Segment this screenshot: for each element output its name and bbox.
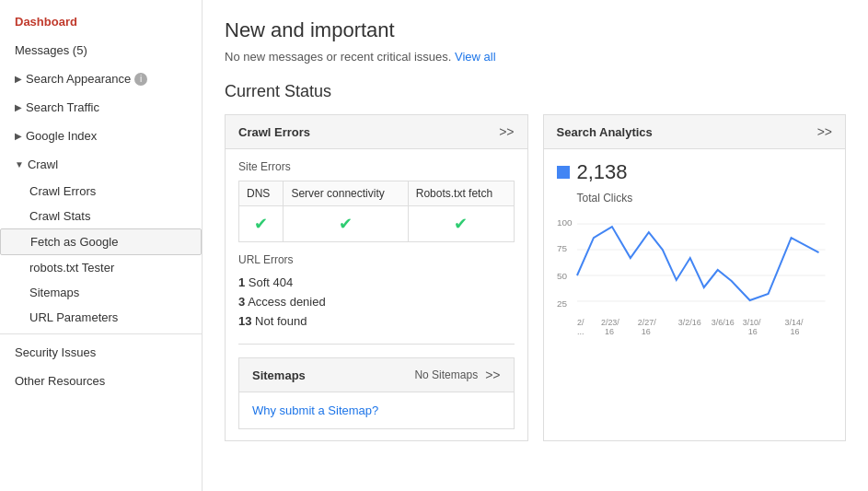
google-index-arrow: ▶ <box>15 131 22 141</box>
sidebar-item-url-parameters[interactable]: URL Parameters <box>0 305 202 330</box>
x-label-6: 3/10/ <box>742 318 760 327</box>
x-label-4: 3/2/16 <box>677 318 700 327</box>
cards-row: Crawl Errors >> Site Errors DNS Server c… <box>225 114 846 441</box>
blue-square-icon <box>557 166 570 179</box>
no-sitemaps-label: No Sitemaps <box>414 368 478 381</box>
sidebar-item-crawl[interactable]: ▼ Crawl <box>0 150 202 179</box>
dns-check-icon: ✔ <box>254 215 268 233</box>
current-status-title: Current Status <box>225 82 846 101</box>
notice-text: No new messages or recent critical issue… <box>225 50 451 64</box>
analytics-stat: 2,138 <box>557 160 833 184</box>
url-errors-label: URL Errors <box>238 253 515 266</box>
search-traffic-arrow: ▶ <box>15 102 22 112</box>
col-server: Server connectivity <box>284 181 408 206</box>
sitemaps-chevron: >> <box>485 368 500 382</box>
server-check-icon: ✔ <box>339 215 353 233</box>
analytics-chart: 100 75 50 25 <box>557 210 833 357</box>
crawl-errors-card: Crawl Errors >> Site Errors DNS Server c… <box>225 114 528 441</box>
robots-tester-label: robots.txt Tester <box>29 261 114 275</box>
main-content: New and important No new messages or rec… <box>203 0 868 491</box>
url-errors-list: 1 Soft 404 3 Access denied 13 Not found <box>238 274 515 331</box>
x-label-2: 2/23/ <box>600 318 619 327</box>
sidebar-item-search-appearance[interactable]: ▶ Search Appearance i <box>0 64 202 93</box>
sidebar-item-fetch-as-google[interactable]: ↪ Fetch as Google <box>0 228 202 255</box>
sidebar-item-security-issues[interactable]: Security Issues <box>0 338 202 367</box>
crawl-errors-card-title: Crawl Errors <box>238 125 310 139</box>
analytics-chevron: >> <box>817 124 832 139</box>
page-title: New and important <box>225 18 846 42</box>
view-all-link[interactable]: View all <box>455 50 496 64</box>
security-issues-label: Security Issues <box>15 345 96 359</box>
x-label-2b: 16 <box>604 327 613 336</box>
sitemaps-card-body: Why submit a Sitemap? <box>239 392 514 428</box>
chart-bg <box>576 219 825 321</box>
dashboard-label: Dashboard <box>15 15 77 29</box>
sidebar-item-messages[interactable]: Messages (5) <box>0 36 202 64</box>
url-error-2-count: 3 <box>238 295 245 309</box>
search-appearance-label: Search Appearance <box>26 72 131 86</box>
fetch-as-google-label: Fetch as Google <box>30 235 118 249</box>
sidebar-item-crawl-errors[interactable]: Crawl Errors <box>0 179 202 204</box>
stat-number: 2,138 <box>577 160 628 184</box>
sidebar-item-other-resources[interactable]: Other Resources <box>0 367 202 395</box>
site-errors-label: Site Errors <box>238 160 515 173</box>
chart-container: 100 75 50 25 <box>557 210 833 357</box>
sidebar-item-search-traffic[interactable]: ▶ Search Traffic <box>0 93 202 122</box>
crawl-arrow: ▼ <box>15 159 24 170</box>
google-index-label: Google Index <box>26 129 97 143</box>
search-appearance-arrow: ▶ <box>15 74 22 84</box>
sitemaps-card: Sitemaps No Sitemaps >> Why submit a Sit… <box>238 357 515 429</box>
sidebar-item-google-index[interactable]: ▶ Google Index <box>0 122 202 150</box>
notice-bar: No new messages or recent critical issue… <box>225 50 846 64</box>
sidebar-item-crawl-stats[interactable]: Crawl Stats <box>0 204 202 228</box>
site-errors-table: DNS Server connectivity Robots.txt fetch… <box>238 181 515 242</box>
stat-label: Total Clicks <box>577 192 833 205</box>
analytics-card-title: Search Analytics <box>557 125 653 139</box>
sitemaps-label: Sitemaps <box>29 286 79 299</box>
crawl-errors-card-header[interactable]: Crawl Errors >> <box>226 115 527 149</box>
url-error-2-label: Access denied <box>248 295 326 309</box>
server-status: ✔ <box>284 206 408 242</box>
search-traffic-label: Search Traffic <box>26 100 99 114</box>
col-robots: Robots.txt fetch <box>408 181 514 206</box>
col-dns: DNS <box>239 181 284 206</box>
url-parameters-label: URL Parameters <box>29 310 118 324</box>
x-label-3: 2/27/ <box>637 318 655 327</box>
url-error-3-count: 13 <box>238 314 251 328</box>
url-error-1-count: 1 <box>238 275 245 289</box>
sidebar-divider <box>0 333 202 334</box>
sidebar-item-sitemaps[interactable]: Sitemaps <box>0 280 202 305</box>
x-label-6b: 16 <box>747 327 757 336</box>
url-error-3: 13 Not found <box>238 312 515 332</box>
y-label-100: 100 <box>557 217 573 228</box>
sidebar-item-robots-tester[interactable]: robots.txt Tester <box>0 255 202 280</box>
sitemaps-card-title: Sitemaps <box>252 368 306 382</box>
sidebar-item-dashboard[interactable]: Dashboard <box>0 7 202 36</box>
crawl-label: Crawl <box>28 158 58 171</box>
crawl-stats-label: Crawl Stats <box>29 209 90 223</box>
submit-sitemap-link[interactable]: Why submit a Sitemap? <box>252 403 378 417</box>
sidebar: Dashboard Messages (5) ▶ Search Appearan… <box>0 0 203 491</box>
site-errors-row: ✔ ✔ ✔ <box>239 206 515 242</box>
search-appearance-info-icon[interactable]: i <box>134 73 147 86</box>
analytics-card-header[interactable]: Search Analytics >> <box>544 115 846 149</box>
analytics-card-body: 2,138 Total Clicks 100 75 50 25 <box>544 149 846 368</box>
x-label-1: 2/ <box>576 318 584 327</box>
crawl-errors-card-body: Site Errors DNS Server connectivity Robo… <box>226 149 527 440</box>
sitemaps-card-header[interactable]: Sitemaps No Sitemaps >> <box>239 358 514 392</box>
x-label-5: 3/6/16 <box>711 318 734 327</box>
x-label-7b: 16 <box>790 327 799 336</box>
url-error-3-label: Not found <box>255 314 307 328</box>
url-error-1: 1 Soft 404 <box>238 274 515 293</box>
analytics-card: Search Analytics >> 2,138 Total Clicks 1… <box>543 114 847 441</box>
x-label-1b: ... <box>576 327 583 336</box>
crawl-errors-label: Crawl Errors <box>29 184 96 198</box>
messages-label: Messages (5) <box>15 43 87 57</box>
y-label-50: 50 <box>557 271 568 281</box>
other-resources-label: Other Resources <box>15 374 105 388</box>
x-label-7: 3/14/ <box>784 318 803 327</box>
y-label-25: 25 <box>557 298 568 309</box>
crawl-errors-chevron: >> <box>499 124 514 139</box>
url-error-1-label: Soft 404 <box>249 275 293 289</box>
robots-check-icon: ✔ <box>454 215 468 233</box>
